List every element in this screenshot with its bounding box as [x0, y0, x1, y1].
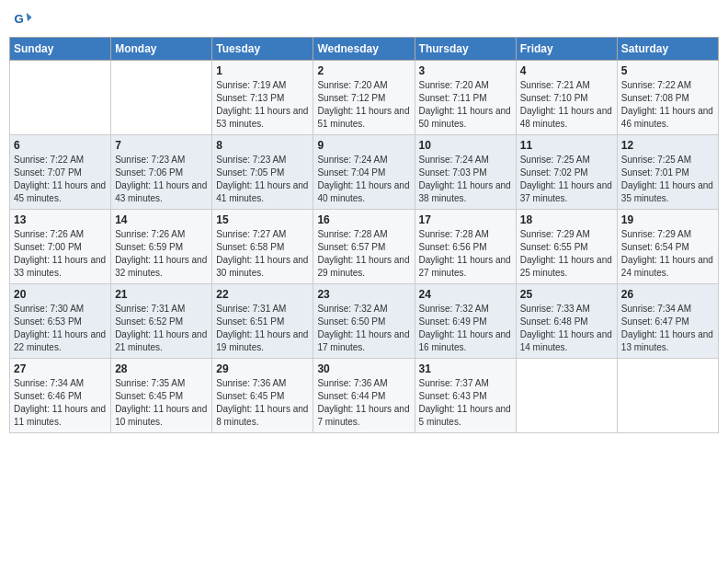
header-day: Saturday [617, 38, 718, 61]
day-info: Sunrise: 7:23 AMSunset: 7:06 PMDaylight:… [115, 154, 208, 205]
day-number: 30 [317, 362, 410, 375]
day-number: 24 [419, 288, 512, 301]
day-number: 31 [419, 362, 512, 375]
day-number: 26 [621, 288, 714, 301]
day-number: 19 [621, 213, 714, 226]
calendar-cell: 3Sunrise: 7:20 AMSunset: 7:11 PMDaylight… [415, 61, 516, 135]
day-info: Sunrise: 7:20 AMSunset: 7:11 PMDaylight:… [419, 79, 512, 131]
day-info: Sunrise: 7:30 AMSunset: 6:53 PMDaylight:… [14, 303, 107, 354]
day-info: Sunrise: 7:22 AMSunset: 7:07 PMDaylight:… [14, 154, 107, 205]
calendar-week-row: 1Sunrise: 7:19 AMSunset: 7:13 PMDaylight… [10, 61, 719, 135]
calendar-week-row: 27Sunrise: 7:34 AMSunset: 6:46 PMDayligh… [10, 359, 719, 433]
day-info: Sunrise: 7:25 AMSunset: 7:01 PMDaylight:… [621, 154, 714, 205]
calendar-cell [617, 359, 718, 433]
day-info: Sunrise: 7:33 AMSunset: 6:48 PMDaylight:… [520, 303, 613, 354]
day-number: 7 [115, 139, 208, 152]
day-info: Sunrise: 7:36 AMSunset: 6:44 PMDaylight:… [317, 377, 410, 429]
day-number: 11 [520, 139, 613, 152]
calendar-cell: 4Sunrise: 7:21 AMSunset: 7:10 PMDaylight… [516, 61, 617, 135]
day-info: Sunrise: 7:32 AMSunset: 6:49 PMDaylight:… [419, 303, 512, 354]
day-number: 6 [14, 139, 107, 152]
calendar-cell: 22Sunrise: 7:31 AMSunset: 6:51 PMDayligh… [212, 284, 313, 359]
day-number: 28 [115, 362, 208, 375]
day-info: Sunrise: 7:29 AMSunset: 6:55 PMDaylight:… [520, 228, 613, 280]
calendar-cell: 9Sunrise: 7:24 AMSunset: 7:04 PMDaylight… [313, 135, 415, 210]
day-info: Sunrise: 7:32 AMSunset: 6:50 PMDaylight:… [317, 303, 410, 354]
day-number: 1 [216, 64, 309, 77]
calendar-cell: 8Sunrise: 7:23 AMSunset: 7:05 PMDaylight… [212, 135, 313, 210]
day-info: Sunrise: 7:31 AMSunset: 6:52 PMDaylight:… [115, 303, 208, 354]
day-info: Sunrise: 7:23 AMSunset: 7:05 PMDaylight:… [216, 154, 309, 205]
header-day: Wednesday [313, 38, 415, 61]
day-number: 9 [317, 139, 410, 152]
day-number: 27 [14, 362, 107, 375]
day-number: 21 [115, 288, 208, 301]
day-number: 2 [317, 64, 410, 77]
calendar-cell [10, 61, 111, 135]
day-info: Sunrise: 7:22 AMSunset: 7:08 PMDaylight:… [621, 79, 714, 131]
calendar-cell: 14Sunrise: 7:26 AMSunset: 6:59 PMDayligh… [111, 210, 212, 284]
calendar-cell: 31Sunrise: 7:37 AMSunset: 6:43 PMDayligh… [415, 359, 516, 433]
day-number: 16 [317, 213, 410, 226]
calendar-cell: 5Sunrise: 7:22 AMSunset: 7:08 PMDaylight… [617, 61, 718, 135]
day-number: 8 [216, 139, 309, 152]
calendar-cell: 12Sunrise: 7:25 AMSunset: 7:01 PMDayligh… [617, 135, 718, 210]
day-number: 3 [419, 64, 512, 77]
day-info: Sunrise: 7:20 AMSunset: 7:12 PMDaylight:… [317, 79, 410, 131]
logo-icon: G [13, 9, 33, 29]
header-day: Tuesday [212, 38, 313, 61]
calendar-cell: 21Sunrise: 7:31 AMSunset: 6:52 PMDayligh… [111, 284, 212, 359]
calendar-cell: 13Sunrise: 7:26 AMSunset: 7:00 PMDayligh… [10, 210, 111, 284]
header-day: Monday [111, 38, 212, 61]
calendar-cell: 25Sunrise: 7:33 AMSunset: 6:48 PMDayligh… [516, 284, 617, 359]
calendar-cell: 15Sunrise: 7:27 AMSunset: 6:58 PMDayligh… [212, 210, 313, 284]
logo: G [13, 9, 35, 29]
calendar-cell: 29Sunrise: 7:36 AMSunset: 6:45 PMDayligh… [212, 359, 313, 433]
calendar-cell: 24Sunrise: 7:32 AMSunset: 6:49 PMDayligh… [415, 284, 516, 359]
day-info: Sunrise: 7:34 AMSunset: 6:46 PMDaylight:… [14, 377, 107, 429]
day-number: 13 [14, 213, 107, 226]
calendar-cell: 6Sunrise: 7:22 AMSunset: 7:07 PMDaylight… [10, 135, 111, 210]
calendar-cell: 18Sunrise: 7:29 AMSunset: 6:55 PMDayligh… [516, 210, 617, 284]
day-info: Sunrise: 7:21 AMSunset: 7:10 PMDaylight:… [520, 79, 613, 131]
header-day: Thursday [415, 38, 516, 61]
day-number: 12 [621, 139, 714, 152]
calendar-cell: 19Sunrise: 7:29 AMSunset: 6:54 PMDayligh… [617, 210, 718, 284]
day-info: Sunrise: 7:27 AMSunset: 6:58 PMDaylight:… [216, 228, 309, 280]
header-row: SundayMondayTuesdayWednesdayThursdayFrid… [10, 38, 719, 61]
calendar-cell: 30Sunrise: 7:36 AMSunset: 6:44 PMDayligh… [313, 359, 415, 433]
calendar-cell [516, 359, 617, 433]
day-number: 15 [216, 213, 309, 226]
calendar-cell: 20Sunrise: 7:30 AMSunset: 6:53 PMDayligh… [10, 284, 111, 359]
day-info: Sunrise: 7:35 AMSunset: 6:45 PMDaylight:… [115, 377, 208, 429]
calendar-cell: 27Sunrise: 7:34 AMSunset: 6:46 PMDayligh… [10, 359, 111, 433]
svg-marker-1 [27, 13, 32, 22]
calendar-cell: 26Sunrise: 7:34 AMSunset: 6:47 PMDayligh… [617, 284, 718, 359]
calendar-cell: 23Sunrise: 7:32 AMSunset: 6:50 PMDayligh… [313, 284, 415, 359]
calendar-week-row: 20Sunrise: 7:30 AMSunset: 6:53 PMDayligh… [10, 284, 719, 359]
day-info: Sunrise: 7:24 AMSunset: 7:04 PMDaylight:… [317, 154, 410, 205]
day-number: 22 [216, 288, 309, 301]
day-number: 29 [216, 362, 309, 375]
day-info: Sunrise: 7:24 AMSunset: 7:03 PMDaylight:… [419, 154, 512, 205]
day-number: 20 [14, 288, 107, 301]
calendar-cell: 28Sunrise: 7:35 AMSunset: 6:45 PMDayligh… [111, 359, 212, 433]
header-day: Sunday [10, 38, 111, 61]
day-info: Sunrise: 7:25 AMSunset: 7:02 PMDaylight:… [520, 154, 613, 205]
day-number: 17 [419, 213, 512, 226]
calendar-week-row: 13Sunrise: 7:26 AMSunset: 7:00 PMDayligh… [10, 210, 719, 284]
calendar-cell [111, 61, 212, 135]
day-info: Sunrise: 7:36 AMSunset: 6:45 PMDaylight:… [216, 377, 309, 429]
day-number: 18 [520, 213, 613, 226]
svg-text:G: G [14, 12, 23, 26]
day-info: Sunrise: 7:37 AMSunset: 6:43 PMDaylight:… [419, 377, 512, 429]
day-info: Sunrise: 7:19 AMSunset: 7:13 PMDaylight:… [216, 79, 309, 131]
day-number: 23 [317, 288, 410, 301]
calendar-cell: 10Sunrise: 7:24 AMSunset: 7:03 PMDayligh… [415, 135, 516, 210]
calendar-cell: 7Sunrise: 7:23 AMSunset: 7:06 PMDaylight… [111, 135, 212, 210]
day-info: Sunrise: 7:28 AMSunset: 6:56 PMDaylight:… [419, 228, 512, 280]
calendar-cell: 16Sunrise: 7:28 AMSunset: 6:57 PMDayligh… [313, 210, 415, 284]
day-info: Sunrise: 7:26 AMSunset: 7:00 PMDaylight:… [14, 228, 107, 280]
day-info: Sunrise: 7:34 AMSunset: 6:47 PMDaylight:… [621, 303, 714, 354]
page-header: G [9, 9, 719, 29]
